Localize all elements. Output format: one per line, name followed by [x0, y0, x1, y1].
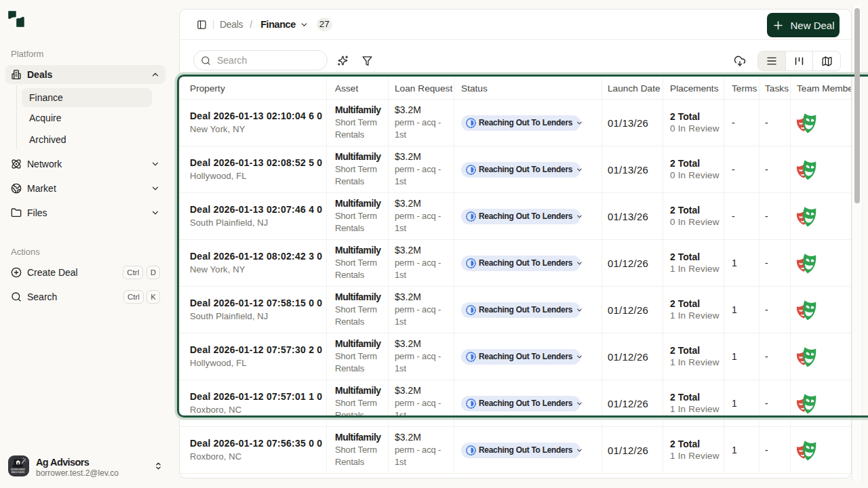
svg-text:MAGICIANS: MAGICIANS: [12, 471, 25, 474]
